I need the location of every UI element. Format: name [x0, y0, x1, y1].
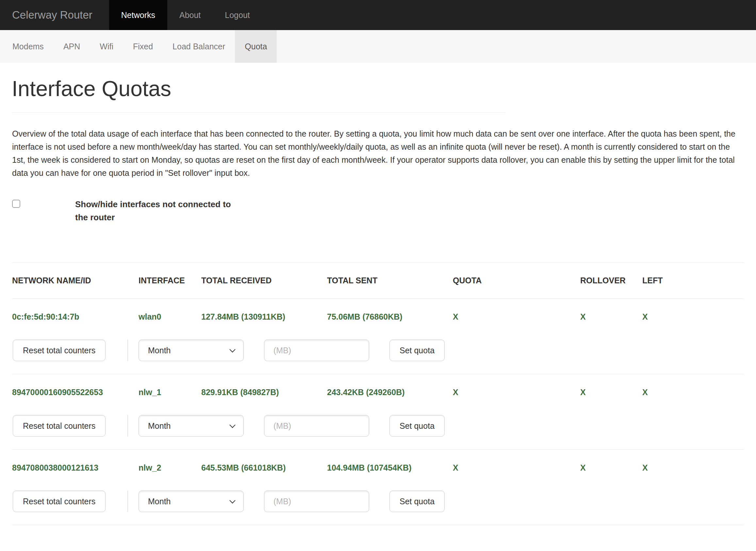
nav-item-logout[interactable]: Logout [213, 0, 262, 30]
column-header-total-sent: TOTAL SENT [327, 276, 453, 285]
total-sent-cell: 75.06MB (76860KB) [327, 312, 453, 322]
rollover-cell: X [580, 463, 642, 473]
period-select[interactable]: Month [139, 491, 244, 512]
table-header-row: NETWORK NAME/ID INTERFACE TOTAL RECEIVED… [12, 262, 744, 299]
brand-title: Celerway Router [0, 0, 105, 30]
total-sent-cell: 104.94MB (107454KB) [327, 463, 453, 473]
column-header-rollover: ROLLOVER [580, 276, 642, 285]
reset-total-counters-button[interactable]: Reset total counters [13, 415, 106, 437]
quota-cell: X [453, 463, 580, 473]
quota-cell: X [453, 312, 580, 322]
row-controls: Reset total counters Month Set quota [12, 491, 744, 512]
subnav-item-fixed[interactable]: Fixed [123, 30, 163, 63]
quota-amount-input[interactable] [264, 415, 369, 437]
table-row: 0c:fe:5d:90:14:7b wlan0 127.84MB (130911… [12, 312, 744, 322]
subnav-item-wifi[interactable]: Wifi [90, 30, 123, 63]
table-row-group: 8947080038000121613 nlw_2 645.53MB (6610… [12, 450, 744, 525]
nav-item-about[interactable]: About [167, 0, 213, 30]
row-controls: Reset total counters Month Set quota [12, 340, 744, 361]
rollover-cell: X [580, 312, 642, 322]
subnav-item-quota[interactable]: Quota [235, 30, 277, 63]
period-select-wrap: Month [139, 340, 244, 361]
top-navbar: Celerway Router Networks About Logout [0, 0, 756, 30]
controls-divider [127, 491, 128, 512]
quota-amount-input[interactable] [264, 491, 369, 512]
show-hide-label: Show/hide interfaces not connected to th… [75, 198, 245, 224]
table-row: 89470000160905522653 nlw_1 829.91KB (849… [12, 387, 744, 397]
interface-cell: wlan0 [139, 312, 201, 322]
quota-table-body: 0c:fe:5d:90:14:7b wlan0 127.84MB (130911… [12, 299, 744, 525]
show-hide-row: Show/hide interfaces not connected to th… [12, 198, 744, 224]
subnav-item-load-balancer[interactable]: Load Balancer [163, 30, 235, 63]
page-header: Interface Quotas [12, 63, 506, 113]
table-row-group: 0c:fe:5d:90:14:7b wlan0 127.84MB (130911… [12, 299, 744, 374]
interface-cell: nlw_1 [139, 387, 201, 397]
column-header-network-name-id: NETWORK NAME/ID [12, 276, 139, 285]
total-sent-cell: 243.42KB (249260B) [327, 387, 453, 397]
column-header-interface: INTERFACE [139, 276, 201, 285]
row-controls: Reset total counters Month Set quota [12, 415, 744, 437]
table-row-group: 89470000160905522653 nlw_1 829.91KB (849… [12, 374, 744, 450]
controls-divider [127, 415, 128, 437]
period-select[interactable]: Month [139, 415, 244, 437]
networks-subnav: Modems APN Wifi Fixed Load Balancer Quot… [0, 30, 756, 63]
reset-total-counters-button[interactable]: Reset total counters [13, 340, 106, 361]
subnav-item-apn[interactable]: APN [54, 30, 90, 63]
period-select[interactable]: Month [139, 340, 244, 361]
column-header-left: LEFT [642, 276, 744, 285]
left-cell: X [642, 312, 744, 322]
page-title: Interface Quotas [12, 63, 506, 101]
main-content: Interface Quotas Overview of the total d… [0, 63, 756, 525]
quota-amount-input[interactable] [264, 340, 369, 361]
nav-item-networks[interactable]: Networks [109, 0, 167, 30]
table-row: 8947080038000121613 nlw_2 645.53MB (6610… [12, 463, 744, 473]
set-quota-button[interactable]: Set quota [389, 415, 445, 437]
total-received-cell: 829.91KB (849827B) [201, 387, 327, 397]
network-id-cell: 89470000160905522653 [12, 387, 139, 397]
page-description: Overview of the total data usage of each… [12, 127, 744, 179]
period-select-wrap: Month [139, 491, 244, 512]
left-cell: X [642, 387, 744, 397]
period-select-wrap: Month [139, 415, 244, 437]
network-id-cell: 8947080038000121613 [12, 463, 139, 473]
total-received-cell: 127.84MB (130911KB) [201, 312, 327, 322]
set-quota-button[interactable]: Set quota [389, 340, 445, 361]
column-header-quota: QUOTA [453, 276, 580, 285]
reset-total-counters-button[interactable]: Reset total counters [13, 491, 106, 512]
set-quota-button[interactable]: Set quota [389, 491, 445, 512]
network-id-cell: 0c:fe:5d:90:14:7b [12, 312, 139, 322]
quota-table: NETWORK NAME/ID INTERFACE TOTAL RECEIVED… [12, 262, 744, 525]
rollover-cell: X [580, 387, 642, 397]
interface-cell: nlw_2 [139, 463, 201, 473]
controls-divider [127, 340, 128, 361]
show-hide-checkbox[interactable] [12, 200, 20, 208]
quota-cell: X [453, 387, 580, 397]
total-received-cell: 645.53MB (661018KB) [201, 463, 327, 473]
column-header-total-received: TOTAL RECEIVED [201, 276, 327, 285]
subnav-item-modems[interactable]: Modems [3, 30, 54, 63]
left-cell: X [642, 463, 744, 473]
